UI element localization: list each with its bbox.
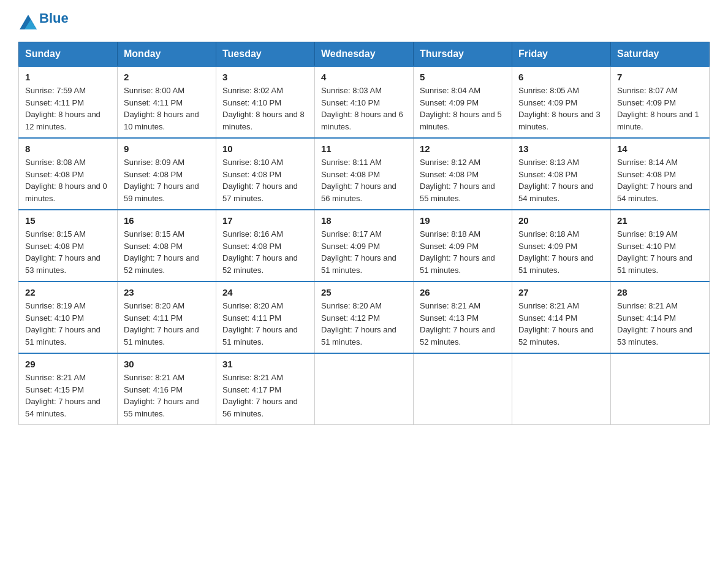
calendar-cell [512,353,611,425]
day-info: Sunrise: 7:59 AMSunset: 4:11 PMDaylight:… [25,85,111,132]
calendar-cell: 14 Sunrise: 8:14 AMSunset: 4:08 PMDaylig… [611,138,710,210]
day-number: 24 [222,287,308,297]
calendar-cell: 31 Sunrise: 8:21 AMSunset: 4:17 PMDaylig… [216,353,315,425]
calendar-week-row: 22 Sunrise: 8:19 AMSunset: 4:10 PMDaylig… [19,282,710,353]
day-number: 20 [518,215,604,226]
day-number: 8 [25,144,111,154]
calendar-cell: 17 Sunrise: 8:16 AMSunset: 4:08 PMDaylig… [216,210,315,282]
day-info: Sunrise: 8:11 AMSunset: 4:08 PMDaylight:… [321,156,407,204]
calendar-cell: 25 Sunrise: 8:20 AMSunset: 4:12 PMDaylig… [315,282,414,353]
calendar-week-row: 8 Sunrise: 8:08 AMSunset: 4:08 PMDayligh… [19,138,710,210]
calendar-cell: 29 Sunrise: 8:21 AMSunset: 4:15 PMDaylig… [19,353,118,425]
day-info: Sunrise: 8:03 AMSunset: 4:10 PMDaylight:… [321,85,407,132]
day-number: 5 [420,72,506,82]
day-info: Sunrise: 8:15 AMSunset: 4:08 PMDaylight:… [124,228,210,276]
day-header-sunday: Sunday [19,42,118,67]
day-number: 29 [25,359,111,369]
calendar-cell [611,353,710,425]
calendar-cell: 11 Sunrise: 8:11 AMSunset: 4:08 PMDaylig… [315,138,414,210]
calendar-table: SundayMondayTuesdayWednesdayThursdayFrid… [18,42,710,425]
day-info: Sunrise: 8:21 AMSunset: 4:16 PMDaylight:… [124,372,210,419]
day-number: 16 [124,215,210,226]
day-info: Sunrise: 8:04 AMSunset: 4:09 PMDaylight:… [420,85,506,132]
day-info: Sunrise: 8:00 AMSunset: 4:11 PMDaylight:… [124,85,210,132]
day-number: 30 [124,359,210,369]
day-number: 2 [124,72,210,82]
calendar-cell: 4 Sunrise: 8:03 AMSunset: 4:10 PMDayligh… [315,66,414,138]
day-number: 19 [420,215,506,226]
day-number: 12 [420,144,506,154]
day-info: Sunrise: 8:20 AMSunset: 4:12 PMDaylight:… [321,300,407,348]
calendar-cell: 30 Sunrise: 8:21 AMSunset: 4:16 PMDaylig… [118,353,216,425]
day-info: Sunrise: 8:18 AMSunset: 4:09 PMDaylight:… [420,228,506,276]
day-number: 17 [222,215,308,226]
calendar-cell: 16 Sunrise: 8:15 AMSunset: 4:08 PMDaylig… [118,210,216,282]
logo-icon [20,12,37,29]
calendar-week-row: 29 Sunrise: 8:21 AMSunset: 4:15 PMDaylig… [19,353,710,425]
calendar-cell: 13 Sunrise: 8:13 AMSunset: 4:08 PMDaylig… [512,138,611,210]
day-info: Sunrise: 8:14 AMSunset: 4:08 PMDaylight:… [617,156,703,204]
day-number: 21 [617,215,703,226]
calendar-cell [414,353,512,425]
calendar-cell: 24 Sunrise: 8:20 AMSunset: 4:11 PMDaylig… [216,282,315,353]
day-number: 6 [518,72,604,82]
calendar-cell: 28 Sunrise: 8:21 AMSunset: 4:14 PMDaylig… [611,282,710,353]
calendar-week-row: 1 Sunrise: 7:59 AMSunset: 4:11 PMDayligh… [19,66,710,138]
calendar-cell: 12 Sunrise: 8:12 AMSunset: 4:08 PMDaylig… [414,138,512,210]
day-info: Sunrise: 8:13 AMSunset: 4:08 PMDaylight:… [518,156,604,204]
calendar-cell: 18 Sunrise: 8:17 AMSunset: 4:09 PMDaylig… [315,210,414,282]
calendar-cell [315,353,414,425]
day-header-tuesday: Tuesday [216,42,315,67]
day-info: Sunrise: 8:02 AMSunset: 4:10 PMDaylight:… [222,85,308,132]
calendar-cell: 9 Sunrise: 8:09 AMSunset: 4:08 PMDayligh… [118,138,216,210]
day-info: Sunrise: 8:20 AMSunset: 4:11 PMDaylight:… [124,300,210,348]
day-number: 18 [321,215,407,226]
day-info: Sunrise: 8:07 AMSunset: 4:09 PMDaylight:… [617,85,703,132]
day-number: 14 [617,144,703,154]
day-number: 4 [321,72,407,82]
day-number: 1 [25,72,111,82]
day-number: 13 [518,144,604,154]
calendar-cell: 6 Sunrise: 8:05 AMSunset: 4:09 PMDayligh… [512,66,611,138]
day-header-monday: Monday [118,42,216,67]
calendar-cell: 26 Sunrise: 8:21 AMSunset: 4:13 PMDaylig… [414,282,512,353]
day-info: Sunrise: 8:18 AMSunset: 4:09 PMDaylight:… [518,228,604,276]
day-info: Sunrise: 8:09 AMSunset: 4:08 PMDaylight:… [124,156,210,204]
calendar-cell: 1 Sunrise: 7:59 AMSunset: 4:11 PMDayligh… [19,66,118,138]
day-info: Sunrise: 8:15 AMSunset: 4:08 PMDaylight:… [25,228,111,276]
logo: Blue [18,12,69,29]
calendar-cell: 27 Sunrise: 8:21 AMSunset: 4:14 PMDaylig… [512,282,611,353]
calendar-cell: 10 Sunrise: 8:10 AMSunset: 4:08 PMDaylig… [216,138,315,210]
day-header-saturday: Saturday [611,42,710,67]
day-info: Sunrise: 8:21 AMSunset: 4:17 PMDaylight:… [222,372,308,419]
day-info: Sunrise: 8:12 AMSunset: 4:08 PMDaylight:… [420,156,506,204]
day-info: Sunrise: 8:10 AMSunset: 4:08 PMDaylight:… [222,156,308,204]
day-number: 23 [124,287,210,297]
day-info: Sunrise: 8:21 AMSunset: 4:14 PMDaylight:… [617,300,703,348]
calendar-cell: 15 Sunrise: 8:15 AMSunset: 4:08 PMDaylig… [19,210,118,282]
calendar-cell: 3 Sunrise: 8:02 AMSunset: 4:10 PMDayligh… [216,66,315,138]
calendar-cell: 19 Sunrise: 8:18 AMSunset: 4:09 PMDaylig… [414,210,512,282]
day-info: Sunrise: 8:08 AMSunset: 4:08 PMDaylight:… [25,156,111,204]
calendar-cell: 21 Sunrise: 8:19 AMSunset: 4:10 PMDaylig… [611,210,710,282]
calendar-cell: 22 Sunrise: 8:19 AMSunset: 4:10 PMDaylig… [19,282,118,353]
day-header-friday: Friday [512,42,611,67]
logo-blue-text: Blue [39,10,69,26]
calendar-week-row: 15 Sunrise: 8:15 AMSunset: 4:08 PMDaylig… [19,210,710,282]
day-info: Sunrise: 8:20 AMSunset: 4:11 PMDaylight:… [222,300,308,348]
calendar-cell: 8 Sunrise: 8:08 AMSunset: 4:08 PMDayligh… [19,138,118,210]
day-info: Sunrise: 8:05 AMSunset: 4:09 PMDaylight:… [518,85,604,132]
day-info: Sunrise: 8:21 AMSunset: 4:14 PMDaylight:… [518,300,604,348]
calendar-cell: 20 Sunrise: 8:18 AMSunset: 4:09 PMDaylig… [512,210,611,282]
day-header-wednesday: Wednesday [315,42,414,67]
calendar-cell: 5 Sunrise: 8:04 AMSunset: 4:09 PMDayligh… [414,66,512,138]
day-number: 15 [25,215,111,226]
day-info: Sunrise: 8:16 AMSunset: 4:08 PMDaylight:… [222,228,308,276]
day-number: 10 [222,144,308,154]
day-info: Sunrise: 8:21 AMSunset: 4:15 PMDaylight:… [25,372,111,419]
day-number: 9 [124,144,210,154]
day-number: 7 [617,72,703,82]
day-header-thursday: Thursday [414,42,512,67]
calendar-cell: 23 Sunrise: 8:20 AMSunset: 4:11 PMDaylig… [118,282,216,353]
day-info: Sunrise: 8:19 AMSunset: 4:10 PMDaylight:… [25,300,111,348]
